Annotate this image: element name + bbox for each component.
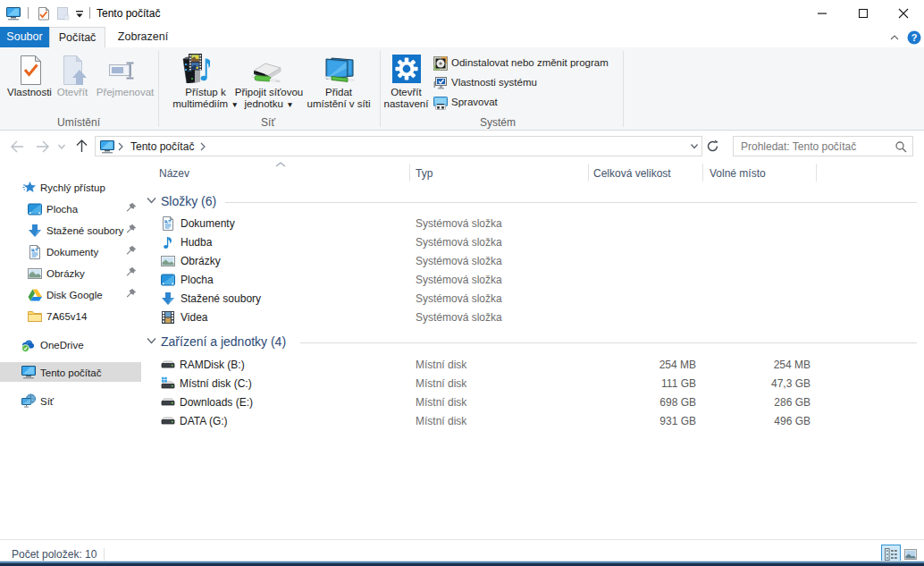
svg-text:?: ? <box>911 32 918 43</box>
